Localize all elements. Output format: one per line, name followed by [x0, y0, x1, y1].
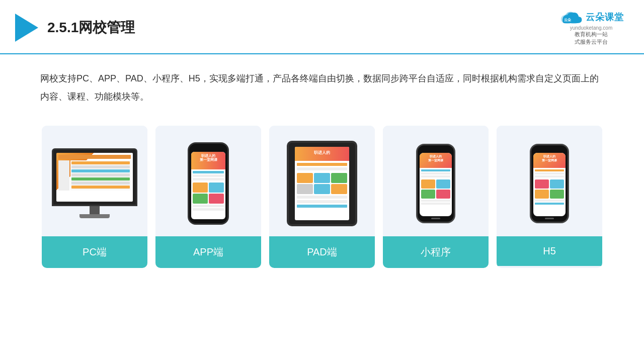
header-left: 2.5.1网校管理: [15, 14, 135, 42]
card-miniprogram-label: 小程序: [383, 236, 489, 268]
card-app: 职进人的第一堂网课: [155, 126, 261, 268]
header: 2.5.1网校管理 云朵 云朵课堂 yunduoketang.com 教育机构一…: [0, 0, 644, 54]
card-pad: 职进人的: [269, 126, 375, 268]
page-title: 2.5.1网校管理: [47, 18, 135, 37]
card-app-image: 职进人的第一堂网课: [155, 126, 261, 236]
card-miniprogram-image: 职进人的第一堂网课: [383, 126, 489, 236]
card-pad-image: 职进人的: [269, 126, 375, 236]
miniprogram-phone-icon: 职进人的第一堂网课: [416, 144, 455, 223]
card-h5: 职进人的第一堂网课: [497, 126, 602, 268]
card-miniprogram: 职进人的第一堂网课: [383, 126, 489, 268]
description-text: 网校支持PC、APP、PAD、小程序、H5，实现多端打通，产品各终端自由切换，数…: [0, 54, 644, 111]
pad-tablet-icon: 职进人的: [287, 141, 357, 226]
cloud-icon: 云朵: [558, 9, 583, 25]
card-app-label: APP端: [155, 236, 261, 268]
cards-container: PC端 职进人的第一堂网课: [0, 111, 644, 278]
brand-url: yunduoketang.com: [570, 25, 613, 31]
brand-icon: 云朵 云朵课堂: [558, 9, 624, 25]
header-right: 云朵 云朵课堂 yunduoketang.com 教育机构一站式服务云平台: [558, 9, 624, 46]
card-pad-label: PAD端: [269, 236, 375, 268]
card-pc: PC端: [42, 126, 147, 268]
card-h5-label: H5: [497, 236, 602, 266]
svg-text:云朵: 云朵: [564, 18, 572, 22]
pc-monitor-icon: [52, 148, 137, 218]
play-triangle-icon: [15, 14, 38, 42]
brand-tagline: 教育机构一站式服务云平台: [575, 31, 608, 46]
app-phone-icon: 职进人的第一堂网课: [188, 142, 229, 225]
brand-name: 云朵课堂: [586, 11, 624, 23]
card-pc-image: [42, 126, 147, 236]
brand-logo: 云朵 云朵课堂 yunduoketang.com 教育机构一站式服务云平台: [558, 9, 624, 46]
h5-phone-icon: 职进人的第一堂网课: [530, 144, 569, 223]
card-pc-label: PC端: [42, 236, 147, 268]
card-h5-image: 职进人的第一堂网课: [497, 126, 602, 236]
